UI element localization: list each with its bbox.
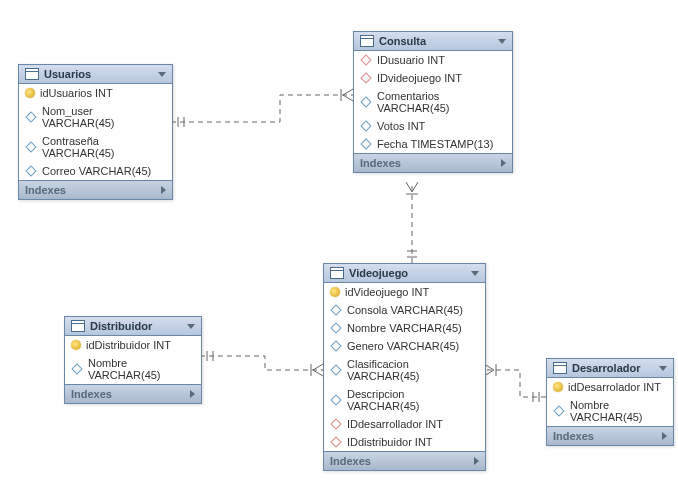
fk-icon [360, 72, 371, 83]
entity-header-consulta[interactable]: Consulta [354, 32, 512, 51]
column-row[interactable]: Nombre VARCHAR(45) [65, 354, 201, 384]
collapse-icon [187, 324, 195, 329]
column-row[interactable]: Votos INT [354, 117, 512, 135]
collapse-icon [471, 271, 479, 276]
col-icon [25, 141, 36, 152]
table-icon [360, 35, 374, 47]
col-icon [360, 120, 371, 131]
col-icon [25, 165, 36, 176]
indexes-label: Indexes [330, 455, 371, 467]
column-name: idVideojuego INT [345, 286, 429, 298]
column-name: Nom_user VARCHAR(45) [42, 105, 166, 129]
column-row[interactable]: Descripcion VARCHAR(45) [324, 385, 485, 415]
column-row[interactable]: idVideojuego INT [324, 283, 485, 301]
pk-icon [553, 382, 563, 392]
col-icon [360, 138, 371, 149]
entity-usuarios[interactable]: Usuarios idUsuarios INT Nom_user VARCHAR… [18, 64, 173, 200]
entity-title: Usuarios [44, 68, 91, 80]
entity-body-desarrolador: idDesarrolador INT Nombre VARCHAR(45) [547, 378, 673, 426]
expand-icon [662, 432, 667, 440]
fk-icon [360, 54, 371, 65]
column-name: IDdistribuidor INT [347, 436, 433, 448]
column-name: Contraseña VARCHAR(45) [42, 135, 166, 159]
column-row[interactable]: Consola VARCHAR(45) [324, 301, 485, 319]
entity-body-usuarios: idUsuarios INT Nom_user VARCHAR(45) Cont… [19, 84, 172, 180]
indexes-label: Indexes [25, 184, 66, 196]
column-name: Descripcion VARCHAR(45) [347, 388, 479, 412]
column-row[interactable]: idDesarrolador INT [547, 378, 673, 396]
table-icon [330, 267, 344, 279]
column-name: Nombre VARCHAR(45) [570, 399, 667, 423]
entity-consulta[interactable]: Consulta IDusuario INT IDvideojuego INT … [353, 31, 513, 173]
fk-icon [330, 436, 341, 447]
entity-desarrolador[interactable]: Desarrolador idDesarrolador INT Nombre V… [546, 358, 674, 446]
column-row[interactable]: IDdesarrollador INT [324, 415, 485, 433]
col-icon [330, 340, 341, 351]
column-row[interactable]: Nombre VARCHAR(45) [324, 319, 485, 337]
entity-videojuego[interactable]: Videojuego idVideojuego INT Consola VARC… [323, 263, 486, 471]
column-name: Genero VARCHAR(45) [347, 340, 459, 352]
column-name: IDusuario INT [377, 54, 445, 66]
entity-distribuidor[interactable]: Distribuidor idDistribuidor INT Nombre V… [64, 316, 202, 404]
column-row[interactable]: Genero VARCHAR(45) [324, 337, 485, 355]
entity-header-distribuidor[interactable]: Distribuidor [65, 317, 201, 336]
table-icon [25, 68, 39, 80]
pk-icon [330, 287, 340, 297]
column-name: Consola VARCHAR(45) [347, 304, 463, 316]
entity-footer-indexes[interactable]: Indexes [354, 153, 512, 172]
column-row[interactable]: idDistribuidor INT [65, 336, 201, 354]
column-name: idDistribuidor INT [86, 339, 171, 351]
column-row[interactable]: Contraseña VARCHAR(45) [19, 132, 172, 162]
column-row[interactable]: Nombre VARCHAR(45) [547, 396, 673, 426]
expand-icon [501, 159, 506, 167]
entity-title: Distribuidor [90, 320, 152, 332]
column-name: IDvideojuego INT [377, 72, 462, 84]
column-row[interactable]: IDdistribuidor INT [324, 433, 485, 451]
entity-footer-indexes[interactable]: Indexes [19, 180, 172, 199]
column-name: Nombre VARCHAR(45) [88, 357, 195, 381]
column-name: Fecha TIMESTAMP(13) [377, 138, 493, 150]
entity-footer-indexes[interactable]: Indexes [324, 451, 485, 470]
column-row[interactable]: Nom_user VARCHAR(45) [19, 102, 172, 132]
entity-footer-indexes[interactable]: Indexes [547, 426, 673, 445]
column-name: Nombre VARCHAR(45) [347, 322, 462, 334]
col-icon [360, 96, 371, 107]
entity-title: Desarrolador [572, 362, 640, 374]
column-row[interactable]: idUsuarios INT [19, 84, 172, 102]
column-row[interactable]: IDusuario INT [354, 51, 512, 69]
expand-icon [474, 457, 479, 465]
column-row[interactable]: Comentarios VARCHAR(45) [354, 87, 512, 117]
column-name: idUsuarios INT [40, 87, 113, 99]
entity-header-videojuego[interactable]: Videojuego [324, 264, 485, 283]
expand-icon [161, 186, 166, 194]
indexes-label: Indexes [553, 430, 594, 442]
indexes-label: Indexes [360, 157, 401, 169]
entity-header-usuarios[interactable]: Usuarios [19, 65, 172, 84]
fk-icon [330, 418, 341, 429]
expand-icon [190, 390, 195, 398]
collapse-icon [498, 39, 506, 44]
column-row[interactable]: Fecha TIMESTAMP(13) [354, 135, 512, 153]
column-row[interactable]: IDvideojuego INT [354, 69, 512, 87]
entity-body-videojuego: idVideojuego INT Consola VARCHAR(45) Nom… [324, 283, 485, 451]
pk-icon [71, 340, 81, 350]
column-row[interactable]: Correo VARCHAR(45) [19, 162, 172, 180]
pk-icon [25, 88, 35, 98]
column-name: idDesarrolador INT [568, 381, 661, 393]
col-icon [330, 304, 341, 315]
entity-footer-indexes[interactable]: Indexes [65, 384, 201, 403]
col-icon [25, 111, 36, 122]
table-icon [71, 320, 85, 332]
col-icon [330, 322, 341, 333]
entity-title: Videojuego [349, 267, 408, 279]
entity-body-consulta: IDusuario INT IDvideojuego INT Comentari… [354, 51, 512, 153]
column-row[interactable]: Clasificacion VARCHAR(45) [324, 355, 485, 385]
collapse-icon [659, 366, 667, 371]
entity-header-desarrolador[interactable]: Desarrolador [547, 359, 673, 378]
column-name: Comentarios VARCHAR(45) [377, 90, 506, 114]
table-icon [553, 362, 567, 374]
column-name: IDdesarrollador INT [347, 418, 443, 430]
col-icon [71, 363, 82, 374]
col-icon [330, 394, 341, 405]
column-name: Correo VARCHAR(45) [42, 165, 151, 177]
